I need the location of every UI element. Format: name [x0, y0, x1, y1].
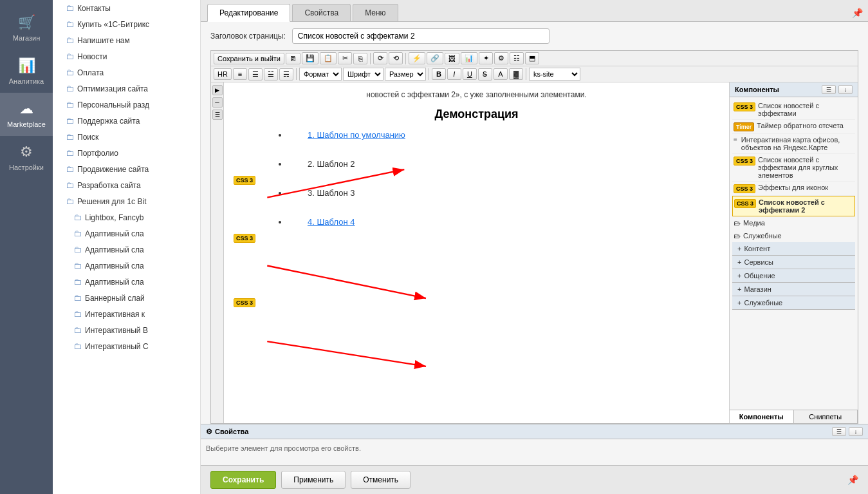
nav-item[interactable]: 🗀Баннерный слай: [53, 290, 200, 306]
sep-2: [405, 53, 406, 64]
tab-меню[interactable]: Меню: [353, 4, 398, 21]
nav-item[interactable]: 🗀Контакты: [53, 0, 200, 16]
nav-item[interactable]: 🗀Интерактивный В: [53, 322, 200, 338]
apply-button[interactable]: Применить: [281, 471, 346, 489]
nav-item[interactable]: 🗀Портфолио: [53, 145, 200, 161]
nav-item[interactable]: 🗀Адаптивный сла: [53, 242, 200, 258]
save-button[interactable]: Сохранить: [210, 471, 276, 489]
toolbar-btn-2[interactable]: 💾: [302, 52, 319, 64]
comp-item[interactable]: CSS 3 Список новостей с эффектами для кр…: [732, 154, 855, 182]
tab-components[interactable]: Компоненты: [730, 410, 794, 423]
toolbar-btn-9[interactable]: 🔗: [427, 52, 443, 64]
tab-редактирование[interactable]: Редактирование: [207, 4, 290, 22]
folder-icon: 🗀: [73, 261, 82, 271]
save-exit-button[interactable]: Сохранить и выйти: [214, 53, 284, 64]
nav-item[interactable]: 🗀Поддержка сайта: [53, 113, 200, 129]
nav-item[interactable]: 🗀Напишите нам: [53, 32, 200, 48]
nav-item[interactable]: 🗀Разработка сайта: [53, 177, 200, 193]
sidebar-item-settings[interactable]: ⚙Настройки: [0, 136, 53, 179]
sidebar-item-marketplace[interactable]: ☁Marketplace: [0, 93, 53, 136]
nav-item[interactable]: 🗀Продвижение сайта: [53, 161, 200, 177]
nav-item[interactable]: 🗀Lightbox, Fancyb: [53, 209, 200, 225]
comp-folder-media[interactable]: 🗁 Медиа: [732, 216, 855, 229]
comp-folder-service[interactable]: 🗁 Служебные: [732, 229, 855, 242]
props-list-view[interactable]: ☰: [832, 427, 846, 436]
comp-item[interactable]: ≡ Интерактивная карта офисов, объектов н…: [732, 134, 855, 154]
strike-button[interactable]: S̶: [478, 68, 492, 81]
folder-icon: 🗀: [73, 325, 82, 335]
format-select[interactable]: Формат: [299, 68, 342, 81]
tab-snippets[interactable]: Сниппеты: [794, 410, 858, 423]
nav-item[interactable]: 🗀Оптимизация сайта: [53, 81, 200, 97]
nav-item[interactable]: 🗀Адаптивный сла: [53, 258, 200, 274]
nav-item[interactable]: 🗀Интерактивный С: [53, 338, 200, 354]
comp-folder-label: Медиа: [743, 219, 765, 227]
toolbar-btn-6[interactable]: ⟳: [373, 52, 387, 64]
editor-canvas[interactable]: новостей с эффектами 2», с уже заполненн…: [224, 82, 729, 423]
toolbar-btn-13[interactable]: ⚙: [494, 52, 508, 64]
comp-item[interactable]: Timer Таймер обратного отсчета: [732, 120, 855, 134]
align-center[interactable]: ☰: [248, 68, 263, 81]
tab-свойства[interactable]: Свойства: [292, 4, 351, 21]
page-title-input[interactable]: [292, 28, 549, 44]
site-select[interactable]: ks-site: [529, 68, 580, 81]
left-tool-1[interactable]: ▶: [212, 85, 223, 95]
toolbar-btn-15[interactable]: ⬒: [525, 52, 539, 64]
nav-item[interactable]: 🗀Решения для 1c Bit: [53, 193, 200, 209]
toolbar-btn-11[interactable]: 📊: [461, 52, 477, 64]
sidebar-item-shop[interactable]: 🛒Магазин: [0, 6, 53, 50]
nav-item[interactable]: 🗀Адаптивный сла: [53, 274, 200, 290]
toolbar-btn-12[interactable]: ✦: [479, 52, 493, 64]
italic-button[interactable]: I: [447, 68, 461, 80]
bold-button[interactable]: B: [432, 68, 446, 80]
toolbar-btn-4[interactable]: ✂: [338, 52, 352, 64]
nav-tree: 🗀Контакты🗀Купить «1С-Битрикс🗀Напишите на…: [53, 0, 201, 494]
nav-item[interactable]: 🗀Купить «1С-Битрикс: [53, 16, 200, 32]
align-right[interactable]: ☱: [264, 68, 278, 81]
toolbar-btn-5[interactable]: ⎘: [353, 53, 367, 64]
font-select[interactable]: Шрифт: [343, 68, 383, 81]
section-content[interactable]: + Контент: [732, 242, 855, 256]
left-tool-3[interactable]: ☰: [212, 109, 223, 120]
nav-item[interactable]: 🗀Оплата: [53, 64, 200, 81]
comp-download[interactable]: ↓: [838, 85, 853, 94]
toolbar-btn-14[interactable]: ☷: [510, 52, 524, 64]
nav-item[interactable]: 🗀Персональный разд: [53, 97, 200, 113]
sidebar-item-analytics[interactable]: 📊Аналитика: [0, 50, 53, 93]
nav-item[interactable]: 🗀Интерактивная к: [53, 306, 200, 322]
align-justify[interactable]: ☴: [279, 68, 293, 81]
bg-color-button[interactable]: ▓: [509, 68, 523, 80]
section-shop[interactable]: + Магазин: [732, 283, 855, 296]
size-select[interactable]: Размер: [385, 68, 426, 81]
nav-item[interactable]: 🗀Поиск: [53, 129, 200, 145]
section-social[interactable]: + Общение: [732, 269, 855, 283]
toolbar-btn-8[interactable]: ⚡: [409, 52, 425, 64]
css-badge-2[interactable]: CSS 3: [234, 234, 255, 243]
comp-label: Список новостей с эффектами для круглых …: [758, 156, 854, 179]
css-badge-3[interactable]: CSS 3: [234, 298, 255, 307]
props-download[interactable]: ↓: [849, 427, 863, 436]
toolbar-btn-3[interactable]: 📋: [320, 52, 337, 64]
nav-item[interactable]: 🗀Адаптивный сла: [53, 225, 200, 242]
list-link-1[interactable]: 1. Шаблон по умолчанию: [308, 130, 405, 140]
left-tool-2[interactable]: ─: [212, 97, 223, 108]
list-link-4[interactable]: 4. Шаблон 4: [308, 217, 355, 227]
toolbar-btn-10[interactable]: 🖼: [445, 53, 459, 64]
comp-item[interactable]: CSS 3 Список новостей с эффектами: [732, 100, 855, 120]
nav-item[interactable]: 🗀Новости: [53, 48, 200, 64]
css-badge-1[interactable]: CSS 3: [234, 176, 255, 185]
toolbar-hr[interactable]: HR: [214, 68, 232, 80]
toolbar-btn-1[interactable]: 🖹: [286, 53, 300, 64]
color-button[interactable]: A: [494, 68, 508, 80]
section-services[interactable]: + Сервисы: [732, 256, 855, 269]
comp-item-highlighted[interactable]: CSS 3 Список новостей с эффектами 2: [732, 196, 855, 216]
section-service2[interactable]: + Служебные: [732, 296, 855, 310]
align-left[interactable]: ≡: [233, 68, 247, 80]
sidebar-label: Магазин: [13, 34, 40, 42]
folder-icon: 🗀: [66, 196, 74, 206]
comp-item[interactable]: CSS 3 Эффекты для иконок: [732, 182, 855, 196]
toolbar-btn-7[interactable]: ⟲: [389, 52, 403, 64]
cancel-button[interactable]: Отменить: [351, 471, 411, 489]
underline-button[interactable]: U: [463, 68, 477, 80]
comp-list-view[interactable]: ☰: [822, 85, 836, 94]
